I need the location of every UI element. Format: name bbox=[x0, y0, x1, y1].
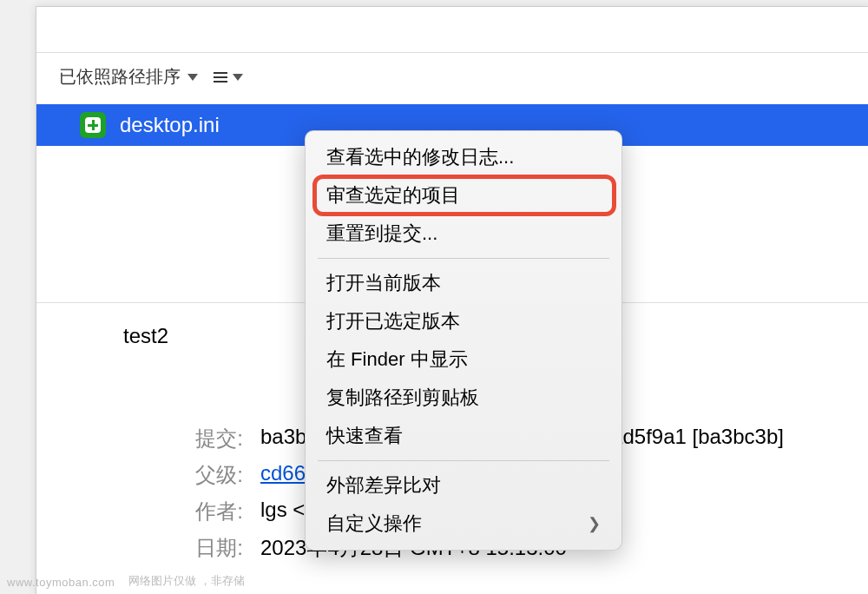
chevron-down-icon bbox=[233, 74, 243, 81]
menu-item-reset-to-commit[interactable]: 重置到提交... bbox=[306, 214, 621, 253]
watermark-text: 网络图片仅做 ，非存储 bbox=[128, 573, 245, 589]
menu-item-quick-look[interactable]: 快速查看 bbox=[306, 417, 621, 455]
commit-hash-label: 提交: bbox=[148, 425, 260, 452]
chevron-down-icon bbox=[187, 74, 198, 81]
menu-item-review-selected[interactable]: 审查选定的项目 bbox=[306, 176, 621, 214]
menu-item-open-selected[interactable]: 打开已选定版本 bbox=[306, 302, 621, 340]
menu-item-show-in-finder[interactable]: 在 Finder 中显示 bbox=[306, 340, 621, 379]
menu-item-view-log[interactable]: 查看选中的修改日志... bbox=[306, 138, 621, 176]
author-label: 作者: bbox=[148, 498, 260, 525]
added-file-icon bbox=[80, 112, 106, 138]
menu-item-custom-actions[interactable]: 自定义操作 ❯ bbox=[306, 505, 621, 543]
sort-label: 已依照路径排序 bbox=[59, 65, 181, 89]
context-menu: 查看选中的修改日志... 审查选定的项目 重置到提交... 打开当前版本 打开已… bbox=[305, 130, 622, 551]
menu-item-copy-path[interactable]: 复制路径到剪贴板 bbox=[306, 379, 621, 417]
parent-label: 父级: bbox=[148, 461, 260, 489]
file-name: desktop.ini bbox=[120, 113, 220, 137]
menu-separator bbox=[318, 258, 609, 259]
window-toolbar bbox=[36, 7, 868, 53]
list-icon bbox=[214, 72, 227, 82]
watermark-url: www.toymoban.com bbox=[7, 576, 115, 589]
menu-item-external-diff[interactable]: 外部差异比对 bbox=[306, 466, 621, 505]
menu-item-open-current[interactable]: 打开当前版本 bbox=[306, 264, 621, 302]
date-label: 日期: bbox=[148, 534, 260, 562]
menu-separator bbox=[318, 460, 609, 461]
sort-bar: 已依照路径排序 bbox=[36, 53, 868, 104]
view-mode-dropdown[interactable] bbox=[214, 72, 243, 82]
sort-dropdown[interactable]: 已依照路径排序 bbox=[59, 65, 198, 89]
submenu-arrow-icon: ❯ bbox=[588, 514, 601, 533]
